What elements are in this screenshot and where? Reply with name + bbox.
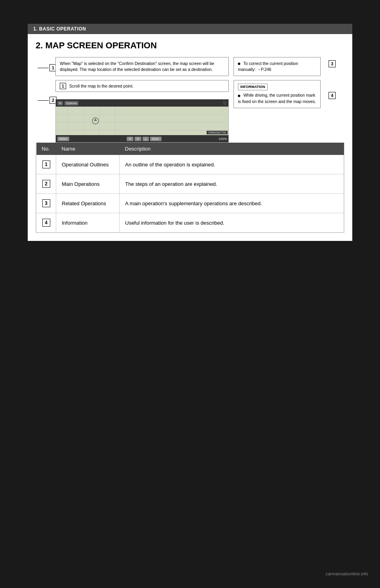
num-badge-4: 4: [329, 92, 336, 99]
info-label: INFORMATION: [238, 84, 268, 90]
arrow-2: [38, 100, 49, 101]
table-cell-description: A main operation's supplementary operati…: [120, 194, 344, 213]
table-row: 4InformationUseful information for the u…: [36, 213, 344, 233]
table-cell-num: 4: [36, 213, 56, 233]
map-body: CRMSS0CT0S: [56, 107, 228, 135]
diagram-left: When "Map" is selected on the "Confirm D…: [55, 57, 229, 143]
diagram-right: 3 4 To correct the current position manu…: [234, 57, 321, 143]
map-icon-right: ⬛: [223, 101, 227, 105]
map-btn-icon1: ⊙: [127, 137, 133, 141]
step-number: 1: [60, 83, 66, 89]
description-table: No. Name Description 1Operational Outlin…: [36, 143, 344, 233]
table-cell-num: 1: [36, 155, 56, 174]
map-btn-dest: Dest.: [150, 137, 162, 141]
step-text: Scroll the map to the desired point.: [69, 84, 133, 88]
table-cell-name: Related Operations: [56, 194, 120, 213]
map-toolbar: N Options ⬛: [56, 99, 228, 107]
callout-text-1: When "Map" is selected on the "Confirm D…: [60, 61, 214, 72]
step-row-1: 1 Scroll the map to the desired point.: [55, 80, 229, 92]
table-num-badge-3: 3: [42, 199, 50, 207]
map-svg: [56, 107, 228, 135]
table-cell-num: 3: [36, 194, 56, 213]
related-ops-text: To correct the current position manually…: [238, 61, 298, 72]
map-btn-zoom: 500m: [57, 137, 69, 141]
bullet-1: [238, 63, 240, 65]
map-mockup: N Options ⬛: [55, 99, 229, 143]
header-bar-text: 1. BASIC OPERATION: [33, 26, 86, 32]
table-cell-description: The steps of an operation are explained.: [120, 174, 344, 194]
section-header-bar: 1. BASIC OPERATION: [28, 24, 352, 34]
page-watermark: carmanualsonline.info: [326, 571, 368, 576]
map-footer-buttons: ⊙ ⊙ △ Dest.: [127, 137, 162, 141]
table-row: 2Main OperationsThe steps of an operatio…: [36, 174, 344, 194]
map-btn-icon2: ⊙: [135, 137, 141, 141]
section-title: 2. MAP SCREEN OPERATION: [36, 40, 344, 51]
label-2-container: 2: [38, 97, 57, 104]
label-1-container: 1: [38, 64, 57, 71]
table-num-badge-4: 4: [42, 219, 50, 227]
table-row: 1Operational OutlinesAn outline of the o…: [36, 155, 344, 174]
callout-box-1: When "Map" is selected on the "Confirm D…: [55, 57, 229, 76]
description-table-wrapper: No. Name Description 1Operational Outlin…: [36, 143, 344, 233]
map-btn-n: N: [57, 101, 63, 105]
col-header-no: No.: [36, 143, 56, 155]
map-watermark: CRMSS0CT0S: [207, 131, 228, 134]
label-4-container: 4: [329, 92, 336, 99]
num-badge-3: 3: [329, 60, 336, 67]
table-cell-name: Main Operations: [56, 174, 120, 194]
bullet-2: [238, 95, 240, 97]
map-btn-icon3: △: [142, 137, 149, 141]
table-num-badge-1: 1: [42, 160, 50, 168]
map-btn-options: Options: [65, 101, 79, 105]
table-num-badge-2: 2: [42, 180, 50, 188]
diagram-inner: When "Map" is selected on the "Confirm D…: [55, 57, 321, 143]
map-footer: 500m ⊙ ⊙ △ Dest. 100%: [56, 135, 228, 142]
map-scale: 100%: [219, 137, 227, 141]
information-box: INFORMATION While driving, the current p…: [234, 80, 321, 108]
table-cell-description: Useful information for the user is descr…: [120, 213, 344, 233]
table-cell-name: Information: [56, 213, 120, 233]
col-header-name: Name: [56, 143, 120, 155]
table-cell-num: 2: [36, 174, 56, 194]
diagram-container: 1 2 When "Map" is selected on the "Confi…: [55, 57, 321, 143]
info-text: While driving, the current position mark…: [238, 93, 316, 103]
related-ops-box: To correct the current position manually…: [234, 57, 321, 76]
table-cell-name: Operational Outlines: [56, 155, 120, 174]
table-cell-description: An outline of the operation is explained…: [120, 155, 344, 174]
col-header-description: Description: [120, 143, 344, 155]
arrow-1: [38, 68, 49, 68]
table-row: 3Related OperationsA main operation's su…: [36, 194, 344, 213]
table-header-row: No. Name Description: [36, 143, 344, 155]
label-3-container: 3: [329, 60, 336, 67]
